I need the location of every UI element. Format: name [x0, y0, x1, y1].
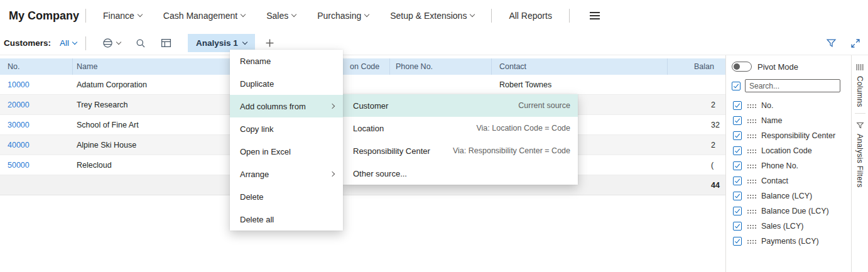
- field-label: Location Code: [761, 146, 812, 155]
- add-columns-from-submenu: Customer Current source Location Via: Lo…: [343, 94, 578, 185]
- customer-no-link[interactable]: 50000: [8, 155, 30, 175]
- check-icon: [735, 133, 740, 138]
- list-toolbar: Customers: All Analysis 1: [0, 31, 868, 55]
- field-item-location-code[interactable]: Location Code: [726, 143, 851, 158]
- drag-handle-icon[interactable]: [747, 239, 756, 244]
- view-filter-all[interactable]: All: [60, 38, 77, 48]
- add-analysis-tab-icon[interactable]: [265, 38, 274, 48]
- field-label: Contact: [761, 177, 788, 185]
- column-header-name[interactable]: Name: [77, 58, 97, 75]
- checkbox-checked[interactable]: [733, 161, 742, 170]
- check-icon: [735, 193, 740, 199]
- customer-no-link[interactable]: 30000: [8, 115, 30, 135]
- check-icon: [735, 238, 740, 244]
- filter-icon[interactable]: [826, 38, 837, 48]
- checkbox-checked[interactable]: [733, 116, 742, 125]
- column-separator[interactable]: [491, 58, 492, 75]
- column-separator[interactable]: [667, 58, 668, 75]
- menu-item-copy-link[interactable]: Copy link: [230, 117, 343, 140]
- field-item-responsibility-center[interactable]: Responsibility Center: [726, 128, 851, 143]
- drag-handle-icon[interactable]: [747, 194, 756, 199]
- drag-handle-icon[interactable]: [747, 224, 756, 229]
- checkbox-checked[interactable]: [733, 237, 742, 246]
- nav-divider: [85, 9, 86, 23]
- checkbox-checked[interactable]: [733, 192, 742, 200]
- search-icon[interactable]: [136, 38, 146, 48]
- customer-no-link[interactable]: 40000: [8, 135, 30, 155]
- column-header-contact[interactable]: Contact: [499, 58, 526, 75]
- analysis-views-icon[interactable]: [102, 38, 121, 48]
- field-item-payments-lcy[interactable]: Payments (LCY): [726, 234, 851, 249]
- checkbox-checked[interactable]: [733, 207, 742, 215]
- chevron-down-icon: [470, 12, 475, 17]
- edit-list-icon[interactable]: [161, 38, 171, 48]
- pivot-mode-toggle[interactable]: [732, 62, 752, 72]
- customer-no-link[interactable]: 10000: [8, 75, 30, 95]
- field-item-balance-lcy[interactable]: Balance (LCY): [726, 188, 851, 204]
- submenu-item-responsibility-center[interactable]: Responsibility Center Via: Responsibilit…: [343, 139, 578, 162]
- field-item-name[interactable]: Name: [726, 113, 851, 128]
- column-separator[interactable]: [72, 58, 73, 75]
- tab-columns-label: Columns: [855, 76, 864, 107]
- nav-item-setup-extensions[interactable]: Setup & Extensions: [390, 11, 474, 21]
- column-header-phone[interactable]: Phone No.: [396, 58, 433, 75]
- column-header-location-code[interactable]: on Code: [350, 58, 379, 75]
- analysis-tab-context-menu: Rename Duplicate Add columns from Copy l…: [230, 50, 343, 231]
- menu-item-rename[interactable]: Rename: [230, 50, 343, 72]
- field-item-sales-lcy[interactable]: Sales (LCY): [726, 219, 851, 234]
- field-item-phone-no[interactable]: Phone No.: [726, 158, 851, 173]
- chevron-right-icon: [330, 171, 335, 177]
- nav-item-cash-management[interactable]: Cash Management: [163, 11, 245, 21]
- hamburger-menu-icon[interactable]: [590, 12, 600, 19]
- menu-item-delete-all[interactable]: Delete all: [230, 208, 343, 231]
- grid-header-row: No. Name on Code Phone No. Contact Balan: [0, 58, 725, 75]
- drag-handle-icon[interactable]: [747, 119, 756, 123]
- drag-handle-icon[interactable]: [747, 149, 756, 153]
- fullscreen-expand-icon[interactable]: [850, 38, 860, 48]
- nav-item-all-reports[interactable]: All Reports: [509, 11, 551, 21]
- drag-handle-icon[interactable]: [747, 209, 756, 214]
- customer-no-link[interactable]: 20000: [8, 95, 30, 115]
- drag-handle-icon[interactable]: [747, 164, 756, 168]
- menu-item-arrange[interactable]: Arrange: [230, 163, 343, 185]
- select-all-checkbox[interactable]: [732, 82, 741, 90]
- checkbox-checked[interactable]: [733, 101, 742, 110]
- checkbox-checked[interactable]: [733, 146, 742, 155]
- chevron-down-icon: [116, 39, 121, 44]
- field-item-contact[interactable]: Contact: [726, 173, 851, 188]
- check-icon: [735, 102, 740, 108]
- submenu-item-customer[interactable]: Customer Current source: [343, 94, 578, 117]
- checkbox-checked[interactable]: [733, 131, 742, 140]
- table-row[interactable]: 10000 Adatum Corporation Robert Townes: [0, 75, 725, 95]
- menu-item-duplicate[interactable]: Duplicate: [230, 72, 343, 95]
- nav-item-purchasing[interactable]: Purchasing: [317, 11, 369, 21]
- company-name[interactable]: My Company: [9, 9, 79, 23]
- tab-columns[interactable]: Columns: [855, 55, 864, 113]
- column-header-balance[interactable]: Balan: [694, 58, 714, 75]
- drag-handle-icon[interactable]: [747, 179, 756, 183]
- pivot-mode-label: Pivot Mode: [757, 62, 798, 72]
- menu-item-open-in-excel[interactable]: Open in Excel: [230, 140, 343, 163]
- chevron-down-icon: [138, 12, 143, 17]
- checkbox-checked[interactable]: [733, 222, 742, 231]
- submenu-item-other-source[interactable]: Other source...: [343, 162, 578, 185]
- menu-item-delete[interactable]: Delete: [230, 185, 343, 208]
- field-item-balance-due-lcy[interactable]: Balance Due (LCY): [726, 204, 851, 219]
- column-header-no[interactable]: No.: [8, 58, 19, 75]
- field-item-no[interactable]: No.: [726, 98, 851, 113]
- drag-handle-icon[interactable]: [747, 104, 756, 108]
- submenu-item-label: Responsibility Center: [353, 146, 430, 156]
- menu-item-add-columns-from[interactable]: Add columns from: [230, 95, 343, 117]
- menu-item-label: Rename: [240, 57, 271, 66]
- tab-analysis-filters[interactable]: Analysis Filters: [855, 114, 864, 193]
- view-filter-label: All: [60, 38, 69, 48]
- column-separator[interactable]: [389, 58, 390, 75]
- submenu-item-location[interactable]: Location Via: Location Code = Code: [343, 117, 578, 139]
- drag-handle-icon[interactable]: [747, 134, 756, 138]
- nav-item-sales[interactable]: Sales: [266, 11, 296, 21]
- check-icon: [735, 223, 740, 229]
- field-search-input[interactable]: [745, 79, 840, 92]
- checkbox-checked[interactable]: [733, 177, 742, 185]
- nav-item-finance[interactable]: Finance: [103, 11, 142, 21]
- customer-balance: (: [711, 155, 713, 175]
